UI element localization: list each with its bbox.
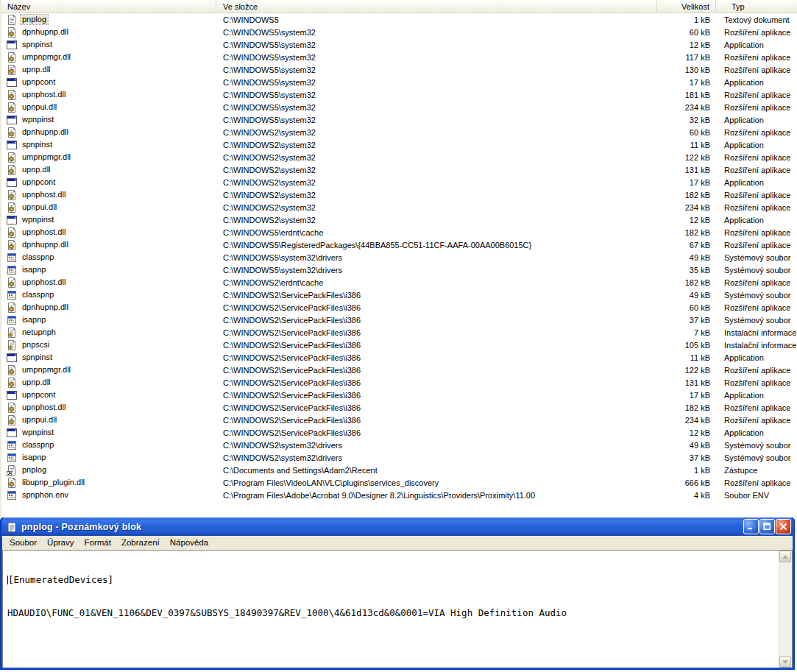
- file-row[interactable]: dpnhupnp.dllC:\WINDOWS5\system3260 kBRoz…: [0, 26, 797, 38]
- column-header-type[interactable]: Typ: [716, 0, 797, 13]
- file-row[interactable]: classpnpC:\WINDOWS5\system32\drivers49 k…: [0, 251, 797, 264]
- column-header-name[interactable]: Název: [0, 0, 216, 13]
- file-row[interactable]: wpnpinstC:\WINDOWS5\system3232 kBApplica…: [0, 113, 797, 126]
- file-rows: pnplogC:\WINDOWS51 kBTextový dokumentdpn…: [0, 13, 797, 501]
- system-file-icon: [6, 452, 18, 464]
- file-row[interactable]: dpnhupnp.dllC:\WINDOWS5\RegisteredPackag…: [0, 238, 797, 251]
- close-button[interactable]: [776, 519, 791, 534]
- file-row[interactable]: upnphost.dllC:\WINDOWS2\system32182 kBRo…: [0, 188, 797, 201]
- search-results-list: Název Ve složce Velikost Typ pnplogC:\WI…: [0, 0, 797, 517]
- file-row[interactable]: wpnpinstC:\WINDOWS2\system3212 kBApplica…: [0, 213, 797, 226]
- file-row[interactable]: upnphost.dllC:\WINDOWS2\ServicePackFiles…: [0, 401, 797, 414]
- file-name-label: upnpcont: [21, 77, 57, 87]
- file-type-cell: Application: [716, 216, 797, 224]
- notepad-window: pnplog - Poznámkový blok SouborÚpravyFor…: [0, 517, 795, 670]
- file-type-cell: Rozšíření aplikace: [716, 203, 797, 212]
- file-type-cell: Systémový soubor: [716, 253, 797, 262]
- file-row[interactable]: classpnpC:\WINDOWS2\ServicePackFiles\i38…: [0, 289, 797, 301]
- file-row[interactable]: isapnpC:\WINDOWS2\system32\drivers37 kBS…: [0, 451, 797, 464]
- file-name-cell: upnp.dll: [0, 164, 216, 176]
- file-row[interactable]: wpnpinstC:\WINDOWS2\ServicePackFiles\i38…: [0, 426, 797, 439]
- column-header-folder[interactable]: Ve složce: [216, 0, 657, 13]
- file-row[interactable]: upnp.dllC:\WINDOWS2\ServicePackFiles\i38…: [0, 376, 797, 389]
- notepad-text-area[interactable]: [EnumeratedDevices] HDAUDIO\FUNC_01&VEN_…: [3, 551, 779, 668]
- file-row[interactable]: netupnphC:\WINDOWS2\ServicePackFiles\i38…: [0, 326, 797, 339]
- file-folder-cell: C:\WINDOWS5\system32: [216, 40, 657, 49]
- file-name-cell: spnpinst: [0, 352, 216, 364]
- file-folder-cell: C:\WINDOWS2\system32: [216, 166, 657, 174]
- file-name-label: spnpinst: [21, 353, 54, 362]
- file-row[interactable]: umpnpmgr.dllC:\WINDOWS2\ServicePackFiles…: [0, 364, 797, 376]
- scroll-up-button[interactable]: [779, 551, 791, 562]
- maximize-button[interactable]: [759, 519, 775, 534]
- file-row[interactable]: upnpcontC:\WINDOWS2\system3217 kBApplica…: [0, 176, 797, 188]
- file-row[interactable]: upnpcontC:\WINDOWS5\system3217 kBApplica…: [0, 76, 797, 88]
- file-type-cell: Systémový soubor: [716, 291, 797, 300]
- file-row[interactable]: upnpui.dllC:\WINDOWS2\system32234 kBRozš…: [0, 201, 797, 213]
- file-row[interactable]: upnpui.dllC:\WINDOWS2\ServicePackFiles\i…: [0, 414, 797, 426]
- minimize-button[interactable]: [743, 519, 759, 534]
- file-row[interactable]: upnpcontC:\WINDOWS2\ServicePackFiles\i38…: [0, 389, 797, 401]
- file-row[interactable]: spnpinstC:\WINDOWS2\system3211 kBApplica…: [0, 138, 797, 151]
- file-row[interactable]: pnplogC:\WINDOWS51 kBTextový dokument: [0, 13, 797, 26]
- file-row[interactable]: dpnhupnp.dllC:\WINDOWS2\system3260 kBRoz…: [0, 126, 797, 138]
- menu-item-upravy[interactable]: Úpravy: [42, 537, 79, 548]
- file-row[interactable]: isapnpC:\WINDOWS5\system32\drivers35 kBS…: [0, 264, 797, 276]
- application-icon: [6, 427, 18, 439]
- file-type-cell: Rozšíření aplikace: [716, 366, 797, 375]
- column-header-size[interactable]: Velikost: [657, 0, 716, 13]
- file-name-label: pnpscsi: [21, 340, 51, 350]
- file-type-cell: Textový dokument: [716, 15, 797, 24]
- menu-item-soubor[interactable]: Soubor: [4, 537, 42, 548]
- file-row[interactable]: isapnpC:\WINDOWS2\ServicePackFiles\i3863…: [0, 314, 797, 326]
- file-name-cell: upnpui.dll: [0, 102, 216, 113]
- file-row[interactable]: upnphost.dllC:\WINDOWS5\erdnt\cache182 k…: [0, 226, 797, 238]
- file-name-cell: dpnhupnp.dll: [0, 302, 216, 314]
- file-size-cell: 1 kB: [657, 15, 716, 24]
- notepad-vertical-scrollbar[interactable]: [779, 551, 792, 668]
- file-folder-cell: C:\WINDOWS2\ServicePackFiles\i386: [216, 378, 657, 387]
- file-size-cell: 1 kB: [657, 466, 716, 475]
- file-row[interactable]: pnpscsiC:\WINDOWS2\ServicePackFiles\i386…: [0, 339, 797, 351]
- scroll-down-button[interactable]: [779, 656, 791, 668]
- file-folder-cell: C:\WINDOWS2\ServicePackFiles\i386: [216, 403, 657, 412]
- file-type-cell: Application: [716, 78, 797, 87]
- file-row[interactable]: upnp.dllC:\WINDOWS2\system32131 kBRozšíř…: [0, 163, 797, 176]
- menu-item-napoveda[interactable]: Nápověda: [165, 537, 213, 548]
- menu-item-zobrazeni[interactable]: Zobrazení: [116, 537, 165, 548]
- file-row[interactable]: dpnhupnp.dllC:\WINDOWS2\ServicePackFiles…: [0, 301, 797, 314]
- file-size-cell: 60 kB: [657, 28, 716, 37]
- file-row[interactable]: upnp.dllC:\WINDOWS5\system32130 kBRozšíř…: [0, 63, 797, 76]
- file-folder-cell: C:\WINDOWS2\system32: [216, 153, 657, 162]
- file-name-label: upnphost.dll: [21, 277, 67, 287]
- dll-icon: [6, 414, 18, 426]
- file-row[interactable]: spnpinstC:\WINDOWS2\ServicePackFiles\i38…: [0, 351, 797, 364]
- file-row[interactable]: upnphost.dllC:\WINDOWS2\erdnt\cache182 k…: [0, 276, 797, 289]
- file-name-label: wpnpinst: [21, 215, 55, 224]
- file-name-label: upnphost.dll: [21, 227, 67, 237]
- text-document-icon: [6, 14, 18, 26]
- file-name-cell: libupnp_plugin.dll: [0, 477, 216, 489]
- file-row[interactable]: libupnp_plugin.dllC:\Program Files\Video…: [0, 476, 797, 489]
- file-folder-cell: C:\WINDOWS2\ServicePackFiles\i386: [216, 353, 657, 362]
- file-row[interactable]: spnphon.envC:\Program Files\Adobe\Acroba…: [0, 489, 797, 501]
- file-row[interactable]: spnpinstC:\WINDOWS5\system3212 kBApplica…: [0, 38, 797, 51]
- file-row[interactable]: classpnpC:\WINDOWS2\system32\drivers49 k…: [0, 439, 797, 451]
- file-type-cell: Systémový soubor: [716, 266, 797, 275]
- file-name-cell: isapnp: [0, 264, 216, 276]
- file-name-cell: umpnpmgr.dll: [0, 152, 216, 163]
- file-name-label: spnpinst: [21, 40, 54, 49]
- file-row[interactable]: upnpui.dllC:\WINDOWS5\system32234 kBRozš…: [0, 101, 797, 113]
- file-row[interactable]: pnplogC:\Documents and Settings\Adam2\Re…: [0, 464, 797, 476]
- file-row[interactable]: umpnpmgr.dllC:\WINDOWS5\system32117 kBRo…: [0, 51, 797, 63]
- file-type-cell: Rozšíření aplikace: [716, 478, 797, 487]
- file-name-label-selected: pnplog: [21, 15, 48, 24]
- file-name-label: spnpinst: [21, 140, 54, 149]
- menu-item-format[interactable]: Formát: [79, 537, 116, 548]
- file-row[interactable]: umpnpmgr.dllC:\WINDOWS2\system32122 kBRo…: [0, 151, 797, 163]
- file-type-cell: Rozšíření aplikace: [716, 403, 797, 412]
- file-type-cell: Rozšíření aplikace: [716, 241, 797, 250]
- notepad-title-bar[interactable]: pnplog - Poznámkový blok: [2, 517, 793, 536]
- file-row[interactable]: upnphost.dllC:\WINDOWS5\system32181 kBRo…: [0, 88, 797, 101]
- file-name-cell: upnphost.dll: [0, 189, 216, 201]
